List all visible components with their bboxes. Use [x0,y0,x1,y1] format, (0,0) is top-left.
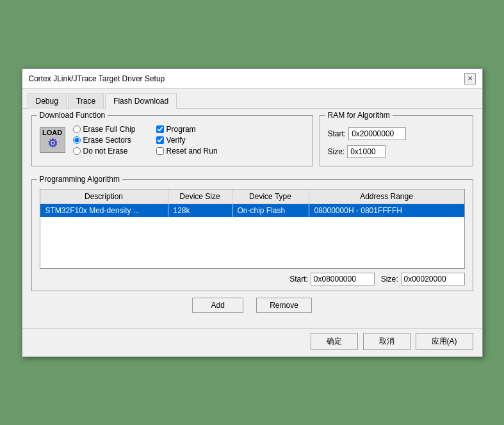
checkbox-group: Program Verify Reset and Run [156,125,218,156]
footer-buttons: 确定 取消 应用(A) [22,328,482,357]
dialog: Cortex JLink/JTrace Target Driver Setup … [22,68,483,357]
ram-start-input[interactable] [348,127,406,140]
ram-algorithm-group: RAM for Algorithm Start: Size: [320,115,473,166]
tab-content: Download Function LOAD ⚙ Erase Full Chip [22,109,482,328]
cancel-button[interactable]: 取消 [363,333,411,350]
algo-start-label: Start: [289,275,308,284]
col-device-type: Device Type [232,189,309,204]
cell-description: STM32F10x Med-density ... [40,204,168,217]
cell-address-range: 08000000H - 0801FFFFH [309,204,464,217]
download-function-legend: Download Function [37,111,108,120]
col-address-range: Address Range [309,189,464,204]
check-verify-input[interactable] [156,136,164,144]
ram-size-label: Size: [328,147,345,156]
radio-do-not-erase-label: Do not Erase [83,147,128,156]
tab-flash-download[interactable]: Flash Download [105,93,177,109]
radio-erase-sectors-label: Erase Sectors [83,136,131,145]
radio-erase-full-chip[interactable]: Erase Full Chip [73,125,136,134]
programming-algorithm-legend: Programming Algorithm [37,175,122,184]
cell-device-type: On-chip Flash [232,204,309,217]
tab-trace[interactable]: Trace [68,93,104,109]
check-reset-run-input[interactable] [156,147,164,155]
radio-erase-full-chip-input[interactable] [73,125,81,133]
apply-button[interactable]: 应用(A) [416,333,473,350]
check-program-label: Program [167,125,196,134]
radio-do-not-erase-input[interactable] [73,147,81,155]
ram-inner: Start: Size: [328,127,465,158]
radio-erase-sectors-input[interactable] [73,136,81,144]
algo-size-label: Size: [381,275,398,284]
table-row[interactable]: STM32F10x Med-density ... 128k On-chip F… [40,204,464,217]
check-verify-label: Verify [167,136,186,145]
col-description: Description [40,189,168,204]
radio-do-not-erase[interactable]: Do not Erase [73,147,136,156]
ok-button[interactable]: 确定 [311,333,358,350]
download-function-inner: LOAD ⚙ Erase Full Chip Erase Sectors [40,125,305,156]
check-reset-run-label: Reset and Run [167,147,218,156]
load-icon: LOAD ⚙ [40,127,65,153]
top-sections: Download Function LOAD ⚙ Erase Full Chip [31,115,473,173]
algo-size-field: Size: [381,273,465,285]
check-verify[interactable]: Verify [156,136,218,145]
table-body: STM32F10x Med-density ... 128k On-chip F… [40,204,464,268]
dialog-title: Cortex JLink/JTrace Target Driver Setup [29,74,165,83]
load-icon-text: LOAD [42,129,62,136]
tab-debug[interactable]: Debug [28,93,67,109]
title-bar: Cortex JLink/JTrace Target Driver Setup … [22,69,482,89]
programming-algorithm-group: Programming Algorithm Description Device… [31,179,473,291]
radio-group: Erase Full Chip Erase Sectors Do not Era… [73,125,136,156]
ram-start-field: Start: [328,127,407,140]
action-buttons: Add Remove [31,298,473,313]
algo-size-input[interactable] [401,273,465,285]
ram-start-label: Start: [328,129,346,138]
tab-bar: Debug Trace Flash Download [22,89,482,109]
radio-erase-full-chip-label: Erase Full Chip [83,125,136,134]
remove-button[interactable]: Remove [256,298,312,313]
download-function-group: Download Function LOAD ⚙ Erase Full Chip [31,115,313,166]
algo-start-field: Start: [289,273,375,285]
algo-start-input[interactable] [311,273,375,285]
close-button[interactable]: ✕ [464,73,476,84]
radio-erase-sectors[interactable]: Erase Sectors [73,136,136,145]
ram-size-input[interactable] [347,145,386,158]
check-reset-run[interactable]: Reset and Run [156,147,218,156]
bottom-fields: Start: Size: [40,273,465,285]
algorithm-table: Description Device Size Device Type Addr… [40,189,465,269]
add-button[interactable]: Add [192,298,243,313]
table-header: Description Device Size Device Type Addr… [40,189,464,204]
col-device-size: Device Size [168,189,232,204]
check-program-input[interactable] [156,125,164,133]
check-program[interactable]: Program [156,125,218,134]
ram-algorithm-legend: RAM for Algorithm [325,111,393,120]
cell-device-size: 128k [168,204,232,217]
ram-size-field: Size: [328,145,386,158]
